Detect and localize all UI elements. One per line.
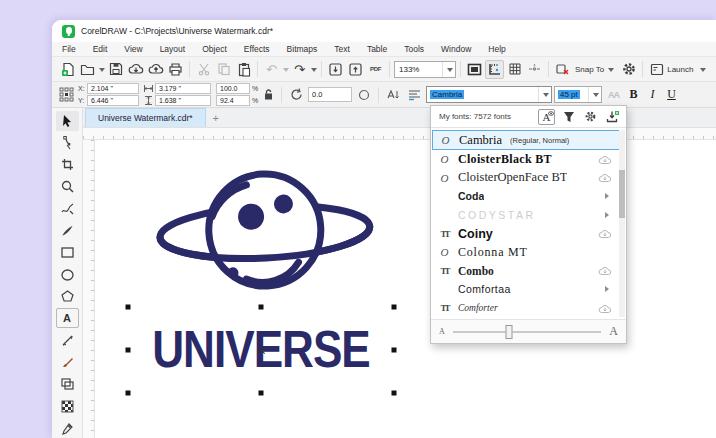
- get-more-fonts-icon[interactable]: [604, 109, 621, 125]
- selection-handle-n[interactable]: [259, 305, 264, 310]
- font-family-submenu-arrow[interactable]: [605, 286, 612, 292]
- launch-label[interactable]: Launch: [667, 65, 693, 74]
- print-icon[interactable]: [166, 60, 185, 79]
- transparency-tool-icon[interactable]: [56, 396, 79, 416]
- ellipse-tool-icon[interactable]: [56, 265, 79, 285]
- planet-artwork[interactable]: [149, 158, 381, 310]
- selection-handle-w[interactable]: [126, 348, 131, 353]
- italic-button[interactable]: I: [644, 87, 661, 102]
- y-position-field[interactable]: 6.446 ": [87, 95, 139, 106]
- snap-to-caret[interactable]: [608, 68, 614, 75]
- selection-handle-se[interactable]: [392, 391, 397, 396]
- font-list-scrollbar[interactable]: [619, 130, 625, 317]
- artistic-media-tool-icon[interactable]: [56, 221, 79, 241]
- menu-bitmaps[interactable]: Bitmaps: [287, 44, 318, 54]
- shape-tool-icon[interactable]: [56, 133, 79, 153]
- redo-dropdown-caret[interactable]: [311, 68, 317, 75]
- x-position-field[interactable]: 2.104 ": [87, 83, 139, 94]
- polygon-tool-icon[interactable]: [56, 287, 79, 307]
- font-family-submenu-arrow[interactable]: [605, 212, 612, 218]
- rulers-toggle-icon[interactable]: [485, 60, 504, 79]
- open-document-icon[interactable]: [78, 60, 97, 79]
- object-origin-icon[interactable]: [57, 85, 76, 104]
- vertical-ruler[interactable]: [83, 140, 95, 438]
- rectangle-tool-icon[interactable]: [56, 243, 79, 263]
- text-alignment-icon[interactable]: [405, 85, 424, 104]
- font-name-caret[interactable]: [538, 87, 551, 102]
- copy-icon[interactable]: [214, 60, 233, 79]
- font-size-caret[interactable]: [588, 87, 601, 102]
- font-list-item-coiny[interactable]: TT Coiny: [431, 224, 626, 243]
- fullscreen-preview-icon[interactable]: [465, 60, 484, 79]
- bold-button[interactable]: B: [625, 87, 642, 102]
- selection-handle-ne[interactable]: [392, 305, 397, 310]
- font-preview-toggle-icon[interactable]: A: [538, 109, 555, 125]
- zoom-level-combo[interactable]: 133%: [394, 61, 456, 78]
- pick-tool-icon[interactable]: [56, 111, 79, 131]
- cloud-download-icon[interactable]: [598, 172, 612, 183]
- menu-tools[interactable]: Tools: [404, 44, 424, 54]
- font-list-item-colonna[interactable]: O Colonna MT: [431, 243, 626, 262]
- undo-dropdown-caret[interactable]: [283, 68, 289, 75]
- launch-caret[interactable]: [700, 68, 706, 75]
- object-height-field[interactable]: 1.638 ": [155, 95, 211, 106]
- menu-view[interactable]: View: [124, 44, 142, 54]
- snap-off-icon[interactable]: [553, 60, 572, 79]
- rotation-angle-field[interactable]: 0.0: [308, 87, 352, 102]
- redo-icon[interactable]: ↷: [290, 60, 309, 79]
- freehand-tool-icon[interactable]: [56, 199, 79, 219]
- font-list-item-cloisterblack[interactable]: O CloisterBlack BT: [431, 150, 626, 169]
- menu-object[interactable]: Object: [202, 44, 227, 54]
- new-document-icon[interactable]: [58, 60, 77, 79]
- new-tab-button[interactable]: +: [206, 108, 226, 127]
- font-name-combo[interactable]: Cambria: [426, 86, 552, 103]
- crop-tool-icon[interactable]: [56, 155, 79, 175]
- open-dropdown-caret[interactable]: [99, 68, 105, 75]
- font-list-item-coda[interactable]: Coda: [431, 187, 626, 206]
- scale-x-field[interactable]: 100.0: [216, 83, 250, 94]
- menu-text[interactable]: Text: [334, 44, 350, 54]
- selection-handle-sw[interactable]: [126, 391, 131, 396]
- caps-icon[interactable]: AA: [604, 85, 623, 104]
- font-list-item-comforter[interactable]: TT Comforter: [431, 299, 626, 318]
- rotation-center-marker[interactable]: [257, 346, 266, 355]
- undo-icon[interactable]: ↶: [262, 60, 281, 79]
- preview-size-track[interactable]: [453, 331, 602, 333]
- font-list-item-combo[interactable]: TT Combo: [431, 262, 626, 281]
- underline-button[interactable]: U: [663, 87, 680, 102]
- menu-edit[interactable]: Edit: [93, 44, 108, 54]
- zoom-tool-icon[interactable]: [56, 177, 79, 197]
- increase-preview-size-icon[interactable]: A: [609, 324, 618, 339]
- cloud-download-icon[interactable]: [598, 303, 612, 314]
- text-metrics-icon[interactable]: [384, 85, 403, 104]
- zoom-combo-caret[interactable]: [442, 62, 455, 77]
- export-icon[interactable]: [346, 60, 365, 79]
- font-list-item-cambria[interactable]: O Cambria (Regular, Normal): [432, 130, 625, 150]
- menu-file[interactable]: File: [62, 44, 76, 54]
- font-list-item-cloisteropenface[interactable]: O CloisterOpenFace BT: [431, 169, 626, 188]
- cloud-upload-icon[interactable]: [146, 60, 165, 79]
- menu-window[interactable]: Window: [441, 44, 471, 54]
- selection-handle-e[interactable]: [392, 348, 397, 353]
- selection-handle-s[interactable]: [259, 391, 264, 396]
- font-family-submenu-arrow[interactable]: [605, 193, 612, 199]
- scrollbar-thumb[interactable]: [619, 170, 625, 218]
- font-size-combo[interactable]: 45 pt: [554, 86, 602, 103]
- menu-effects[interactable]: Effects: [244, 44, 270, 54]
- snap-to-label[interactable]: Snap To: [575, 65, 604, 74]
- cloud-download-icon[interactable]: [598, 154, 612, 165]
- menu-layout[interactable]: Layout: [160, 44, 186, 54]
- document-tab[interactable]: Universe Watermark.cdr*: [85, 108, 206, 127]
- font-options-gear-icon[interactable]: [582, 109, 599, 125]
- launch-icon[interactable]: [647, 60, 666, 79]
- cut-icon[interactable]: [194, 60, 213, 79]
- cloud-download-icon[interactable]: [598, 228, 612, 239]
- grid-toggle-icon[interactable]: [505, 60, 524, 79]
- font-list-item-codystar[interactable]: CODYSTAR: [431, 206, 626, 225]
- text-tool-icon[interactable]: A: [56, 308, 79, 328]
- lock-ratio-icon[interactable]: [261, 85, 276, 104]
- brush-tool-icon[interactable]: [56, 352, 79, 372]
- save-icon[interactable]: [106, 60, 125, 79]
- eyedropper-tool-icon[interactable]: [56, 418, 79, 438]
- guidelines-toggle-icon[interactable]: [525, 60, 544, 79]
